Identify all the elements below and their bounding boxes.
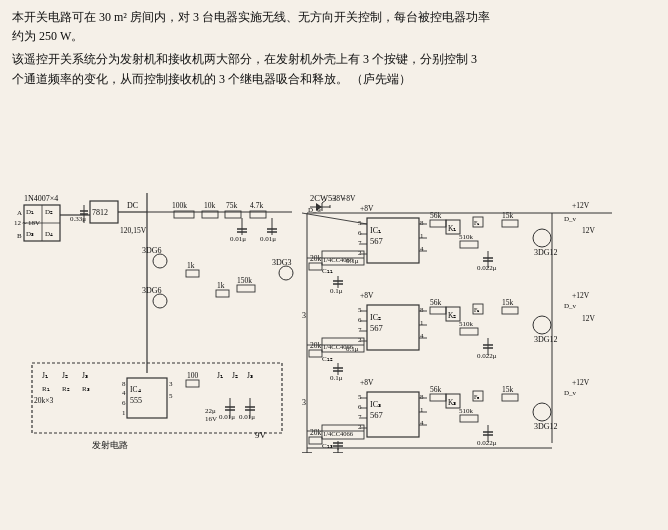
svg-text:1: 1 (420, 319, 424, 327)
svg-text:+8V: +8V (360, 204, 374, 213)
svg-text:7: 7 (358, 326, 362, 334)
svg-text:7: 7 (358, 413, 362, 421)
svg-text:10k: 10k (204, 201, 216, 210)
svg-text:555: 555 (130, 396, 142, 405)
svg-text:R₂: R₂ (62, 385, 70, 393)
svg-text:510k: 510k (459, 407, 474, 415)
svg-text:56k: 56k (430, 298, 442, 307)
svg-text:D₂: D₂ (45, 208, 53, 216)
svg-text:22μ: 22μ (205, 407, 216, 415)
svg-text:J₁: J₁ (217, 371, 223, 380)
svg-text:3DG12: 3DG12 (534, 335, 558, 344)
svg-text:0.33μ: 0.33μ (70, 215, 86, 223)
svg-text:0.01μ: 0.01μ (239, 413, 255, 421)
svg-text:20k: 20k (310, 341, 322, 350)
svg-rect-0 (12, 93, 656, 453)
svg-text:J₁: J₁ (42, 371, 48, 380)
svg-text:+12V: +12V (572, 291, 590, 300)
svg-text:56k: 56k (430, 211, 442, 220)
svg-text:12V: 12V (582, 314, 596, 323)
svg-text:4: 4 (420, 245, 424, 253)
svg-text:R₁: R₁ (42, 385, 50, 393)
svg-text:3: 3 (302, 311, 306, 320)
text-line4: 个通道频率的变化，从而控制接收机的 3 个继电器吸合和释放。 （庐先端） (12, 72, 411, 86)
text-line1: 本开关电路可在 30 m² 房间内，对 3 台电器实施无线、无方向开关控制，每台… (12, 10, 490, 24)
svg-text:9V: 9V (255, 430, 267, 440)
svg-text:+12V: +12V (572, 378, 590, 387)
svg-text:D_v: D_v (564, 302, 577, 310)
svg-text:1: 1 (420, 232, 424, 240)
svg-text:R₃: R₃ (82, 385, 90, 393)
svg-text:0.1μ: 0.1μ (346, 345, 359, 353)
svg-text:56k: 56k (430, 385, 442, 394)
svg-text:IC₄: IC₄ (130, 385, 141, 394)
svg-text:0.01μ: 0.01μ (260, 235, 276, 243)
svg-text:16V: 16V (205, 415, 217, 423)
svg-text:IC₃: IC₃ (370, 400, 381, 409)
svg-text:8: 8 (420, 393, 424, 401)
svg-text:3DG12: 3DG12 (534, 248, 558, 257)
svg-text:567: 567 (370, 236, 383, 246)
svg-text:7812: 7812 (92, 208, 108, 217)
svg-text:8: 8 (420, 219, 424, 227)
svg-text:IC₂: IC₂ (370, 313, 381, 322)
svg-text:100k: 100k (172, 201, 187, 210)
svg-text:0.022μ: 0.022μ (477, 352, 497, 360)
svg-text:4: 4 (420, 419, 424, 427)
svg-text:0.01μ: 0.01μ (230, 235, 246, 243)
svg-text:15k: 15k (502, 298, 514, 307)
svg-text:75k: 75k (226, 201, 238, 210)
svg-text:D₃: D₃ (26, 230, 34, 238)
svg-text:1: 1 (420, 406, 424, 414)
svg-text:510k: 510k (459, 320, 474, 328)
svg-text:100: 100 (187, 371, 199, 380)
svg-text:J₂: J₂ (232, 371, 238, 380)
svg-text:K₁: K₁ (448, 224, 456, 233)
description-text2: 该遥控开关系统分为发射机和接收机两大部分，在发射机外壳上有 3 个按键，分别控制… (12, 50, 656, 88)
svg-text:+12V: +12V (572, 201, 590, 210)
svg-text:1k: 1k (217, 281, 225, 290)
svg-text:B: B (17, 232, 22, 240)
svg-text:6: 6 (358, 403, 362, 411)
svg-text:0.022μ: 0.022μ (477, 439, 497, 447)
svg-text:4.7k: 4.7k (250, 201, 263, 210)
svg-text:0.1μ: 0.1μ (346, 257, 359, 265)
svg-text:0.022μ: 0.022μ (477, 264, 497, 272)
svg-text:0.01μ: 0.01μ (219, 413, 235, 421)
svg-text:C₁₂: C₁₂ (322, 355, 333, 363)
svg-text:1N4007×4: 1N4007×4 (24, 194, 58, 203)
svg-text:12～18V: 12～18V (14, 219, 40, 227)
svg-text:1: 1 (122, 409, 126, 417)
svg-text:发射电路: 发射电路 (92, 440, 128, 450)
svg-text:6: 6 (122, 399, 126, 407)
svg-text:6: 6 (358, 229, 362, 237)
svg-text:J₃: J₃ (82, 371, 88, 380)
svg-text:A: A (17, 209, 22, 217)
page-container: 本开关电路可在 30 m² 房间内，对 3 台电器实施无线、无方向开关控制，每台… (0, 0, 668, 530)
svg-text:J₂: J₂ (62, 371, 68, 380)
svg-text:C₁₁: C₁₁ (322, 267, 333, 275)
svg-text:3: 3 (169, 380, 173, 388)
svg-text:20k: 20k (310, 254, 322, 263)
svg-text:2: 2 (358, 336, 362, 344)
svg-text:4: 4 (122, 389, 126, 397)
svg-text:3DG12: 3DG12 (534, 422, 558, 431)
svg-text:D_v: D_v (564, 215, 577, 223)
svg-text:3DG3: 3DG3 (272, 258, 292, 267)
svg-text:0.1μ: 0.1μ (330, 287, 343, 295)
svg-text:3: 3 (302, 398, 306, 407)
svg-text:567: 567 (370, 323, 383, 333)
svg-text:567: 567 (370, 410, 383, 420)
svg-text:5: 5 (169, 392, 173, 400)
svg-text:0.1μ: 0.1μ (330, 374, 343, 382)
svg-text:+8V: +8V (342, 194, 356, 203)
svg-text:+8V: +8V (360, 291, 374, 300)
svg-text:DC: DC (127, 201, 138, 210)
circuit-diagram: 1N4007×4 A B 12～18V D₁ D₂ D₃ D₄ 7 (12, 93, 656, 453)
svg-text:J₃: J₃ (247, 371, 253, 380)
svg-text:8: 8 (420, 306, 424, 314)
svg-text:7: 7 (358, 239, 362, 247)
svg-text:8: 8 (122, 380, 126, 388)
svg-text:2: 2 (358, 423, 362, 431)
svg-text:4: 4 (420, 332, 424, 340)
